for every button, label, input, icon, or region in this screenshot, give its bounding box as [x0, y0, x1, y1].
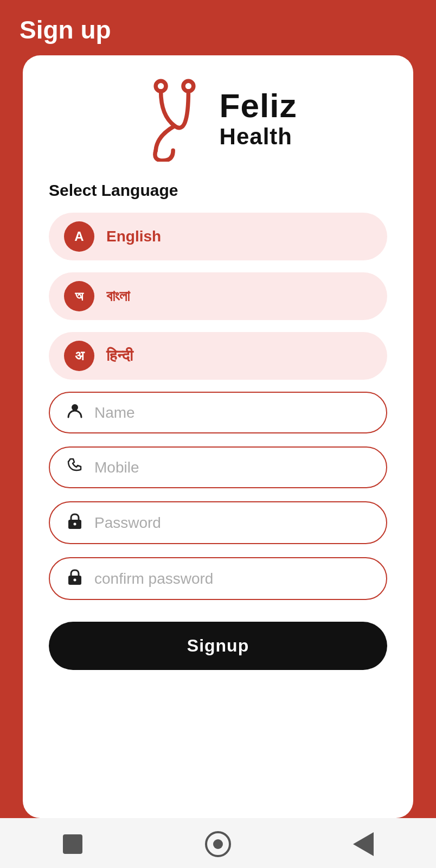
password-input-row — [49, 501, 387, 544]
back-icon — [353, 832, 374, 856]
logo-area: Feliz Health — [49, 55, 387, 177]
signup-button[interactable]: Signup — [49, 622, 387, 670]
select-language-label: Select Language — [49, 181, 387, 200]
header: Sign up — [0, 0, 436, 55]
language-option-hindi[interactable]: अ हिन्दी — [49, 332, 387, 380]
person-icon — [65, 403, 85, 423]
nav-home-button[interactable] — [204, 830, 232, 858]
svg-point-4 — [74, 523, 76, 526]
svg-point-2 — [72, 404, 78, 411]
name-input-row — [49, 392, 387, 433]
brand-text: Feliz Health — [220, 87, 297, 149]
mobile-input[interactable] — [94, 459, 371, 476]
stethoscope-icon — [139, 75, 210, 162]
mobile-input-row — [49, 446, 387, 488]
lang-icon-english: A — [64, 221, 94, 252]
password-input[interactable] — [94, 514, 371, 532]
brand-name-part2: Health — [220, 124, 297, 149]
lock-confirm-icon — [65, 568, 85, 589]
recent-icon — [63, 834, 82, 854]
card-wrapper: Feliz Health Select Language A English অ… — [0, 55, 436, 818]
signup-card: Feliz Health Select Language A English অ… — [23, 55, 413, 818]
confirm-password-input[interactable] — [94, 570, 371, 588]
lang-label-english: English — [106, 228, 161, 245]
lang-icon-bangla: অ — [64, 281, 94, 311]
svg-point-6 — [74, 579, 76, 582]
nav-bar — [0, 818, 436, 868]
lang-icon-hindi: अ — [64, 341, 94, 371]
nav-recent-button[interactable] — [59, 830, 87, 858]
lang-label-bangla: বাংলা — [106, 288, 130, 305]
home-icon — [205, 831, 231, 857]
confirm-password-input-row — [49, 557, 387, 600]
language-option-english[interactable]: A English — [49, 213, 387, 260]
language-option-bangla[interactable]: অ বাংলা — [49, 272, 387, 320]
name-input[interactable] — [94, 404, 371, 422]
page-title: Sign up — [20, 16, 111, 44]
lock-icon — [65, 512, 85, 533]
main-content: Feliz Health Select Language A English অ… — [0, 55, 436, 818]
nav-back-button[interactable] — [349, 830, 377, 858]
lang-label-hindi: हिन्दी — [106, 347, 133, 365]
phone-icon — [65, 457, 85, 477]
brand-name-part1: Feliz — [220, 87, 297, 124]
